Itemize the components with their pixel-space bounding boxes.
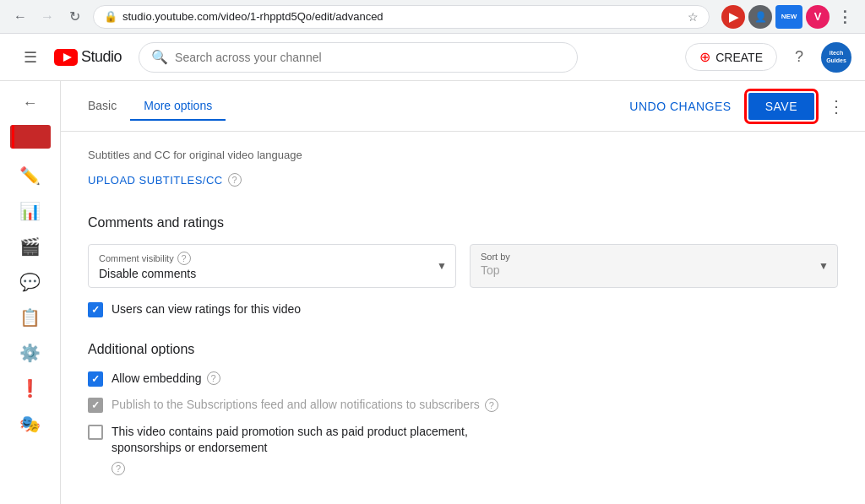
ratings-checkbox-item[interactable]: ✓ Users can view ratings for this video	[88, 301, 838, 318]
back-icon: ←	[23, 95, 38, 112]
more-options-button[interactable]: ⋮	[821, 91, 851, 122]
comments-section-title: Comments and ratings	[88, 215, 838, 230]
app-header: ☰ Studio 🔍 ⊕ CREATE ? itech Guides	[0, 34, 865, 81]
settings-icon: ⚙️	[19, 343, 41, 363]
tab-basic[interactable]: Basic	[74, 92, 130, 121]
sidebar-thumbnail	[10, 125, 51, 149]
sidebar-item-comments[interactable]: 💬	[0, 265, 60, 299]
publish-feed-item: ✓ Publish to the Subscriptions feed and …	[88, 397, 838, 414]
sort-by-select: Sort by Top ▼	[470, 244, 838, 288]
browser-actions: ▶ 👤 NEW V ⋮	[721, 5, 857, 29]
itech-line2: Guides	[826, 57, 846, 64]
sidebar: ← ✏️ 📊 🎬 💬 📋 ⚙️ ❗ 🎭	[0, 81, 61, 504]
sidebar-item-editor[interactable]: 🎬	[0, 230, 60, 263]
help-icon: ?	[795, 48, 803, 66]
page-content: Subtitles and CC for original video lang…	[61, 132, 865, 504]
search-icon: 🔍	[151, 49, 168, 65]
sidebar-item-settings[interactable]: ⚙️	[0, 336, 60, 370]
sidebar-item-customise[interactable]: 🎭	[0, 407, 60, 441]
youtube-icon	[54, 49, 78, 66]
header-actions: ⊕ CREATE ? itech Guides	[685, 42, 851, 73]
reload-button[interactable]: ↻	[63, 5, 86, 29]
sidebar-item-analytics[interactable]: 📊	[0, 194, 60, 228]
sort-by-label: Sort by	[481, 252, 827, 262]
header-right: UNDO CHANGES SAVE ⋮	[619, 91, 851, 122]
comment-visibility-help-icon[interactable]: ?	[177, 252, 191, 265]
upload-subtitles-button[interactable]: UPLOAD SUBTITLES/CC ?	[88, 168, 242, 192]
search-input[interactable]	[175, 51, 565, 64]
video-header: Basic More options UNDO CHANGES SAVE ⋮	[61, 81, 865, 132]
upload-help-icon[interactable]: ?	[228, 173, 242, 187]
edit-icon: ✏️	[19, 165, 41, 186]
customise-icon: 🎭	[19, 414, 41, 434]
logo-area: Studio	[54, 48, 122, 66]
sidebar-item-feedback[interactable]: ❗	[0, 371, 60, 405]
hamburger-button[interactable]: ☰	[14, 41, 47, 74]
additional-options-title: Additional options	[88, 342, 838, 357]
sidebar-item-subtitles[interactable]: 📋	[0, 301, 60, 334]
selects-row: Comment visibility ? Disable comments ▼ …	[88, 244, 838, 288]
forward-button[interactable]: →	[35, 5, 59, 29]
profile-v-icon[interactable]: V	[806, 5, 830, 29]
back-button[interactable]: ←	[8, 5, 32, 29]
ratings-checkmark: ✓	[91, 304, 100, 316]
comment-visibility-label: Comment visibility ?	[99, 252, 445, 265]
analytics-icon: 📊	[19, 201, 41, 221]
browser-chrome: ← → ↻ 🔒 studio.youtube.com/video/1-rhppt…	[0, 0, 865, 34]
paid-promotion-help-icon[interactable]: ?	[112, 462, 125, 475]
studio-text: Studio	[81, 48, 122, 66]
sidebar-back-button[interactable]: ←	[15, 88, 46, 118]
hamburger-icon: ☰	[24, 48, 37, 67]
paid-promotion-item[interactable]: This video contains paid promotion such …	[88, 424, 838, 475]
help-button[interactable]: ?	[784, 42, 814, 73]
allow-embedding-label: Allow embedding	[112, 371, 202, 387]
main-layout: ← ✏️ 📊 🎬 💬 📋 ⚙️ ❗ 🎭	[0, 81, 865, 504]
content-area: Basic More options UNDO CHANGES SAVE ⋮	[61, 81, 865, 504]
youtube-logo[interactable]: Studio	[54, 48, 122, 66]
url-text: studio.youtube.com/video/1-rhpptd5Qo/edi…	[122, 10, 683, 23]
comments-section: Comments and ratings Comment visibility …	[88, 215, 838, 318]
sort-by-arrow: ▼	[819, 260, 829, 272]
editor-icon: 🎬	[19, 236, 41, 257]
more-icon: ⋮	[828, 96, 845, 117]
allow-embedding-checkbox[interactable]: ✓	[88, 371, 103, 387]
create-label: CREATE	[715, 51, 763, 64]
sort-by-value: Top	[481, 263, 827, 277]
comment-visibility-arrow: ▼	[437, 260, 447, 272]
feedback-icon: ❗	[19, 378, 41, 398]
comment-visibility-value: Disable comments	[99, 267, 445, 280]
browser-nav-buttons: ← → ↻	[8, 5, 86, 29]
comment-visibility-select[interactable]: Comment visibility ? Disable comments ▼	[88, 244, 456, 288]
profile-icon-red[interactable]: ▶	[721, 5, 745, 29]
create-icon: ⊕	[699, 49, 710, 65]
upload-label: UPLOAD SUBTITLES/CC	[88, 174, 223, 187]
new-badge: NEW	[775, 5, 802, 29]
subtitles-section: Subtitles and CC for original video lang…	[88, 149, 838, 192]
allow-embedding-help-icon[interactable]: ?	[207, 371, 220, 385]
allow-embedding-item[interactable]: ✓ Allow embedding ?	[88, 371, 838, 387]
ratings-checkbox[interactable]: ✓	[88, 302, 103, 317]
paid-promotion-checkbox[interactable]	[88, 425, 103, 440]
create-button[interactable]: ⊕ CREATE	[685, 43, 777, 71]
paid-promotion-label: This video contains paid promotion such …	[112, 424, 500, 457]
sidebar-item-edit[interactable]: ✏️	[0, 159, 60, 192]
ratings-checkbox-label: Users can view ratings for this video	[112, 301, 301, 318]
tab-more-options[interactable]: More options	[130, 92, 226, 121]
subtitles-label: Subtitles and CC for original video lang…	[88, 149, 838, 161]
save-button[interactable]: SAVE	[748, 93, 814, 120]
comments-icon: 💬	[19, 272, 41, 292]
itech-line1: itech	[830, 50, 843, 57]
additional-options-section: Additional options ✓ Allow embedding ? ✓	[88, 342, 838, 475]
publish-feed-label: Publish to the Subscriptions feed and al…	[112, 397, 480, 414]
publish-feed-help-icon: ?	[485, 398, 498, 412]
publish-feed-checkbox: ✓	[88, 398, 103, 413]
profile-icon-grey[interactable]: 👤	[748, 5, 772, 29]
search-bar[interactable]: 🔍	[139, 42, 578, 73]
itech-avatar[interactable]: itech Guides	[821, 42, 851, 73]
subtitles-icon: 📋	[19, 307, 41, 328]
address-bar[interactable]: 🔒 studio.youtube.com/video/1-rhpptd5Qo/e…	[93, 5, 710, 29]
star-icon: ☆	[688, 10, 699, 24]
browser-menu-button[interactable]: ⋮	[833, 5, 857, 29]
undo-button[interactable]: UNDO CHANGES	[619, 93, 741, 120]
allow-embedding-checkmark: ✓	[91, 373, 100, 385]
